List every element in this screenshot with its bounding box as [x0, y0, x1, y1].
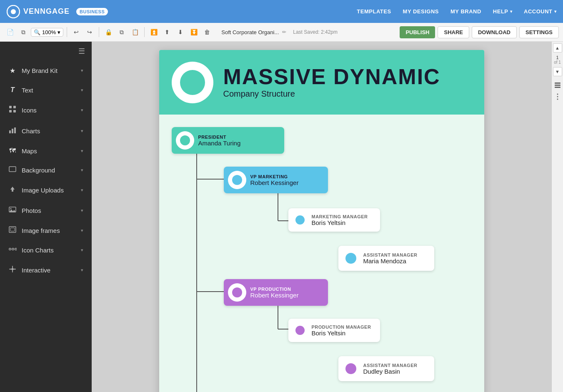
sidebar-item-maps[interactable]: 🗺 Maps ▾ — [0, 141, 92, 160]
production-manager-name: Boris Yeltsin — [312, 330, 371, 337]
photos-icon — [8, 206, 17, 215]
president-icon — [176, 131, 194, 150]
sidebar-item-background[interactable]: Background ▾ — [0, 160, 92, 180]
sidebar-label-icons: Icons — [22, 107, 37, 114]
vp-production-icon — [228, 283, 246, 302]
sidebar-label-image-frames: Image frames — [22, 227, 60, 234]
vp-marketing-title: VP MARKETING — [250, 174, 299, 179]
sidebar-item-image-uploads[interactable]: Image Uploads ▾ — [0, 180, 92, 200]
layers-icon[interactable] — [553, 80, 562, 90]
right-panel: ▲ 1 of 1 ▼ — [551, 42, 563, 392]
president-title: PRESIDENT — [198, 135, 241, 140]
nav-account[interactable]: ACCOUNT ▾ — [524, 8, 556, 15]
sidebar-item-image-frames[interactable]: Image frames ▾ — [0, 220, 92, 240]
toolbar-duplicate-icon[interactable]: ⧉ — [18, 26, 29, 38]
my-brand-kit-chevron: ▾ — [81, 68, 83, 73]
marketing-manager-node[interactable]: MARKETING MANAGER Boris Yeltsin — [288, 208, 380, 232]
doc-title-area: Soft Corporate Organi... ✏ Last Saved: 2… — [221, 29, 398, 35]
sidebar-label-text: Text — [22, 87, 33, 94]
canvas-area: MASSIVE DYNAMIC Company Structure — [92, 42, 551, 392]
president-node[interactable]: PRESIDENT Amanda Turing — [172, 127, 284, 154]
svg-rect-36 — [555, 87, 560, 88]
page-number: 1 of 1 — [554, 55, 561, 65]
my-brand-kit-icon: ★ — [8, 67, 17, 75]
company-name: MASSIVE DYNAMIC — [223, 66, 440, 87]
move-down-bottom-icon[interactable]: ⏬ — [188, 26, 200, 38]
charts-icon — [8, 126, 17, 135]
sidebar-item-my-brand-kit[interactable]: ★ My Brand Kit ▾ — [0, 61, 92, 80]
publish-button[interactable]: PUBLISH — [400, 26, 435, 38]
svg-rect-6 — [9, 130, 11, 133]
maps-icon: 🗺 — [8, 147, 17, 155]
interactive-icon — [8, 265, 17, 275]
hamburger-menu[interactable]: ☰ — [0, 42, 92, 61]
sidebar-item-text[interactable]: T Text ▾ — [0, 80, 92, 100]
sidebar-item-charts[interactable]: Charts ▾ — [0, 120, 92, 141]
svg-rect-15 — [9, 227, 16, 232]
copy-icon[interactable]: ⧉ — [116, 26, 128, 38]
zoom-search-icon: 🔍 — [34, 29, 40, 35]
icon-charts-icon — [8, 246, 17, 254]
maps-chevron: ▾ — [81, 148, 83, 154]
marketing-manager-title: MARKETING MANAGER — [312, 214, 368, 219]
lock-icon[interactable]: 🔒 — [103, 26, 114, 38]
sidebar-label-charts: Charts — [22, 127, 40, 135]
marketing-manager-icon — [293, 212, 308, 227]
svg-rect-8 — [14, 127, 16, 133]
sidebar-item-interactive[interactable]: Interactive ▾ — [0, 260, 92, 280]
scroll-down-button[interactable]: ▼ — [553, 67, 562, 76]
move-up-icon[interactable]: ⬆ — [161, 26, 173, 38]
sidebar-label-image-uploads: Image Uploads — [22, 187, 64, 194]
image-frames-icon — [8, 226, 17, 235]
share-button[interactable]: SHARE — [438, 26, 469, 38]
production-manager-node[interactable]: PRODUCTION MANAGER Boris Yeltsin — [288, 319, 380, 342]
paste-icon[interactable]: 📋 — [129, 26, 141, 38]
scroll-up-button[interactable]: ▲ — [553, 43, 562, 52]
vp-production-title: VP PRODUCTION — [250, 287, 299, 292]
svg-rect-34 — [555, 82, 560, 84]
vp-production-name: Robert Kessinger — [250, 292, 299, 299]
settings-button[interactable]: SETTINGS — [519, 26, 559, 38]
undo-button[interactable]: ↩ — [70, 26, 82, 38]
marketing-manager-name: Boris Yeltsin — [312, 219, 368, 226]
nav-templates[interactable]: TEMPLATES — [357, 8, 391, 15]
sidebar-label-photos: Photos — [22, 207, 41, 214]
design-canvas[interactable]: MASSIVE DYNAMIC Company Structure — [159, 50, 484, 392]
delete-icon[interactable]: 🗑 — [201, 26, 213, 38]
nav-my-brand[interactable]: MY BRAND — [450, 8, 481, 15]
logo-text: VENNGAGE — [23, 7, 70, 16]
assistant-1-title: ASSISTANT MANAGER — [363, 252, 418, 257]
org-chart: PRESIDENT Amanda Turing VP MARKETING Rob… — [159, 115, 484, 392]
top-navigation: VENNGAGE BUSINESS TEMPLATES MY DESIGNS M… — [0, 0, 563, 23]
sidebar-item-photos[interactable]: Photos ▾ — [0, 200, 92, 220]
download-button[interactable]: DOWNLOAD — [472, 26, 517, 38]
svg-point-13 — [10, 208, 12, 210]
sidebar-item-icon-charts[interactable]: Icon Charts ▾ — [0, 240, 92, 260]
svg-marker-10 — [10, 187, 15, 190]
toolbar-page-icon[interactable]: 📄 — [4, 26, 16, 38]
nav-help[interactable]: HELP ▾ — [493, 8, 512, 15]
edit-title-icon[interactable]: ✏ — [282, 29, 286, 35]
move-down-icon[interactable]: ⬇ — [175, 26, 186, 38]
image-uploads-chevron: ▾ — [81, 187, 83, 193]
logo: VENNGAGE — [7, 5, 70, 18]
move-up-top-icon[interactable]: ⏫ — [148, 26, 160, 38]
vp-production-node[interactable]: VP PRODUCTION Robert Kessinger — [224, 279, 328, 306]
vp-marketing-node[interactable]: VP MARKETING Robert Kessinger — [224, 167, 328, 193]
connector-lines — [159, 115, 484, 392]
redo-button[interactable]: ↪ — [84, 26, 95, 38]
zoom-control[interactable]: 🔍 100% ▾ — [31, 28, 63, 37]
toolbar-divider-2 — [99, 27, 99, 37]
toolbar-divider-3 — [144, 27, 145, 37]
icons-icon — [8, 105, 17, 115]
nav-my-designs[interactable]: MY DESIGNS — [403, 8, 439, 15]
interactive-chevron: ▾ — [81, 267, 83, 273]
assistant-2-node[interactable]: ASSISTANT MANAGER Dudley Basin — [338, 356, 434, 381]
assistant-1-node[interactable]: ASSISTANT MANAGER Maria Mendoza — [338, 246, 434, 271]
sidebar-item-icons[interactable]: Icons ▾ — [0, 100, 92, 120]
toolbar-divider-1 — [67, 27, 67, 37]
svg-rect-16 — [10, 228, 15, 231]
svg-point-1 — [11, 9, 16, 14]
toolbar: 📄 ⧉ 🔍 100% ▾ ↩ ↪ 🔒 ⧉ 📋 ⏫ ⬆ ⬇ ⏬ 🗑 Soft Co… — [0, 23, 563, 42]
more-options-icon[interactable] — [553, 92, 562, 101]
